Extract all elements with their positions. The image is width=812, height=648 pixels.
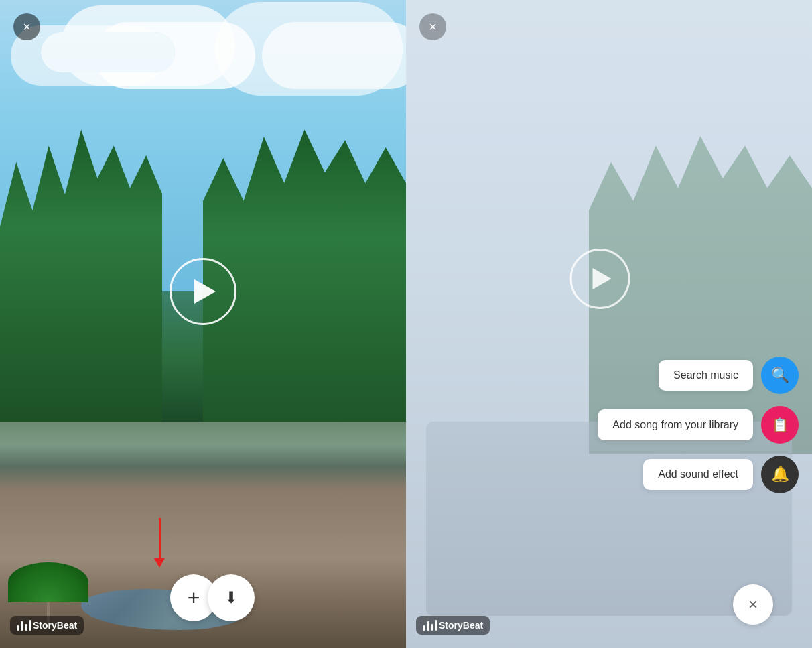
add-song-icon: 📋 [772,417,789,433]
music-menu: Search music 🔍 Add song from your librar… [598,357,799,493]
arrow-shaft-vertical [159,518,161,558]
play-button-right[interactable] [570,249,630,309]
storybeat-logo-left: StoryBeat [10,616,84,635]
add-sound-button[interactable]: 🔔 [761,456,799,493]
add-sound-row: Add sound effect 🔔 [643,456,799,493]
search-music-label: Search music [659,360,753,391]
umbrella-top [8,562,88,602]
umbrella [8,562,88,616]
logo-bar-2 [21,621,23,631]
search-music-row: Search music 🔍 [659,357,799,394]
add-icon: + [188,587,200,608]
right-scene-bg [406,0,812,648]
close-x-button[interactable]: × [733,584,773,625]
close-button-left[interactable]: × [13,13,40,40]
add-song-button[interactable]: 📋 [761,406,799,444]
logo-bar-1 [17,625,19,631]
play-button-left[interactable] [170,258,236,325]
download-icon: ⬇ [224,588,238,607]
storybeat-logo-right: StoryBeat [416,616,490,635]
close-icon-right: × [429,19,437,35]
logo-text-left: StoryBeat [33,620,77,631]
play-icon-right [592,268,611,289]
close-x-icon: × [748,595,758,614]
search-music-button[interactable]: 🔍 [761,357,799,394]
logo-bar-3 [25,624,27,631]
logo-bars-container: StoryBeat [10,616,84,635]
left-panel: × + ⬇ StoryBeat [0,0,406,648]
arrow-add-indicator [154,518,165,568]
download-button[interactable]: ⬇ [208,574,255,621]
logo-bars-right: StoryBeat [416,616,490,635]
logo-bar-r1 [423,625,425,631]
logo-bar-4 [29,620,31,631]
add-song-label: Add song from your library [598,409,753,440]
logo-bar-r3 [431,624,433,631]
add-sound-label: Add sound effect [643,459,753,490]
logo-text-right: StoryBeat [439,620,483,631]
logo-bar-r2 [427,621,429,631]
close-button-right[interactable]: × [419,13,446,40]
add-song-row: Add song from your library 📋 [598,406,799,444]
forest-left [0,129,162,454]
play-icon-left [194,279,216,304]
right-panel: × Search music 🔍 Add song from your libr… [406,0,812,648]
add-sound-icon: 🔔 [771,466,789,483]
close-icon-left: × [23,20,31,34]
logo-bar-r4 [435,620,437,631]
search-music-icon: 🔍 [771,367,789,384]
arrow-head-down [154,558,165,568]
